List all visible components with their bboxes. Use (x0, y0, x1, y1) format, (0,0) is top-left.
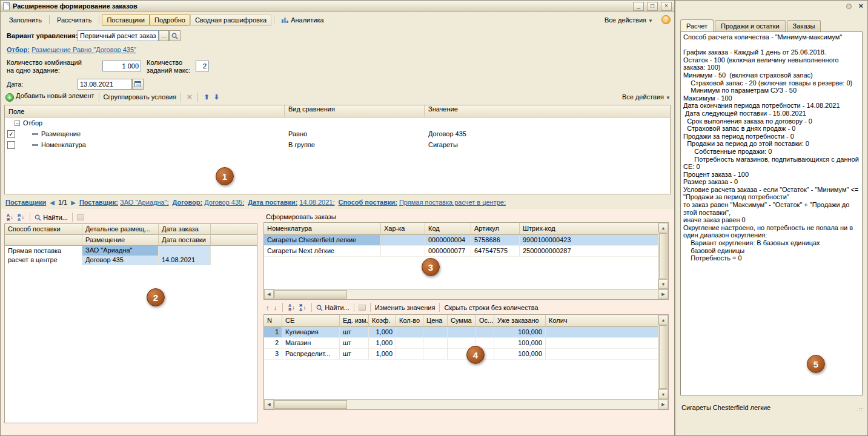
coef-cell[interactable]: 1,000 (369, 349, 396, 360)
orders-row-selected[interactable]: Сигареты Chesterfield легкие 0000000004 … (264, 235, 658, 246)
scrollbar-thumb[interactable] (274, 290, 347, 299)
suppliers-table-row[interactable]: Прямая поставка расчет в центре ЗАО "Ари… (5, 246, 257, 265)
variant-more-button[interactable]: ... (159, 30, 169, 41)
tasks-max-input[interactable] (196, 61, 209, 71)
code-cell[interactable]: 0000000004 (425, 235, 471, 246)
scroll-down-icon[interactable]: ▼ (658, 279, 668, 289)
analytics-button[interactable]: Аналитика (277, 14, 329, 26)
sort-asc-icon[interactable]: АЯ↓ (7, 213, 13, 222)
price-cell[interactable] (423, 327, 448, 338)
clear-search-icon[interactable] (77, 214, 84, 220)
column-header-ordered[interactable]: Уже заказано (494, 315, 546, 327)
scroll-right-icon[interactable]: ▶ (658, 289, 668, 299)
delivery-method-link[interactable]: Способ поставки: Прямая поставка расчет … (338, 199, 505, 206)
sort-desc-icon[interactable]: ЯА↓ (18, 213, 24, 222)
variant-search-button[interactable] (169, 30, 181, 41)
help-button[interactable]: ? (661, 15, 671, 24)
orders-row[interactable]: Сигареты Next лёгкие 0000000077 64754757… (264, 246, 658, 257)
column-header-coef[interactable]: Коэф. (369, 315, 396, 327)
fill-button[interactable]: Заполнить (4, 14, 47, 26)
prev-page-icon[interactable]: ◀ (50, 199, 55, 206)
pin-icon[interactable] (846, 4, 852, 9)
filter-label[interactable]: Отбор: (7, 46, 30, 53)
nomenclature-cell[interactable]: Сигареты Next лёгкие (264, 246, 381, 257)
unit-cell[interactable]: шт (340, 338, 369, 349)
ordered-cell[interactable]: 100,000 (494, 327, 546, 338)
close-button[interactable]: × (661, 2, 672, 11)
column-header-price[interactable]: Цена (423, 315, 448, 327)
column-header-field[interactable]: Поле (5, 105, 285, 117)
contract-cell[interactable]: Договор 435 (82, 256, 159, 265)
change-values-button[interactable]: Изменить значения (375, 304, 436, 311)
date-input[interactable] (78, 79, 132, 90)
column-header-article[interactable]: Артикул (471, 223, 520, 235)
column-header-qty2[interactable]: Колич (546, 315, 658, 327)
scroll-right-icon[interactable]: ▶ (658, 400, 668, 409)
collapse-icon[interactable]: − (15, 121, 20, 126)
supplier-link[interactable]: Поставщик: ЗАО "Ариадна"; (79, 199, 169, 206)
move-up-icon[interactable]: ⬆ (202, 93, 210, 101)
minimize-button[interactable]: _ (633, 2, 644, 11)
next-page-icon[interactable]: ▶ (71, 199, 76, 206)
filter-all-actions-button[interactable]: Все действия▼ (622, 93, 671, 101)
detail-toggle-button[interactable]: Подробно (150, 14, 190, 26)
ordered-cell[interactable]: 100,000 (494, 338, 546, 349)
n-cell[interactable]: 1 (264, 327, 282, 338)
se-cell[interactable]: Распределит... (282, 349, 340, 360)
order-date-cell[interactable] (159, 246, 211, 256)
vertical-scrollbar[interactable]: ▲ ▼ (658, 223, 668, 289)
qty-cell[interactable] (396, 327, 423, 338)
placement-cell[interactable]: ЗАО "Ариадна" (82, 246, 159, 256)
qty-row[interactable]: 3 Распределит... шт 1,000 100,000 (264, 349, 658, 360)
scroll-left-icon[interactable]: ◀ (264, 400, 274, 409)
move-up-icon[interactable]: ↑ (265, 304, 271, 311)
qty-row[interactable]: 2 Магазин шт 1,000 100,000 (264, 338, 658, 349)
se-cell[interactable]: Магазин (282, 338, 340, 349)
barcode-cell[interactable]: 9900100000423 (520, 235, 658, 246)
scroll-down-icon[interactable]: ▼ (658, 389, 668, 399)
column-header-sum[interactable]: Сумма (448, 315, 476, 327)
tab-sales-and-stock[interactable]: Продажи и остатки (715, 20, 786, 31)
price-cell[interactable] (423, 349, 448, 360)
column-header-qty[interactable]: Кол-во (396, 315, 423, 327)
filter-row-nomenclature[interactable]: Номенклатура В группе Сигареты (5, 139, 670, 150)
filter-group-row[interactable]: −Отбор (5, 117, 670, 128)
scrollbar-thumb[interactable] (659, 233, 668, 279)
sort-asc-icon[interactable]: АЯ↓ (288, 303, 295, 312)
move-down-icon[interactable]: ⬇ (213, 93, 220, 101)
clear-search-icon[interactable] (359, 305, 366, 311)
column-header-method[interactable]: Способ поставки (5, 224, 82, 235)
coef-cell[interactable]: 1,000 (369, 338, 396, 349)
group-conditions-button[interactable]: Сгруппировать условия (104, 93, 177, 101)
barcode-cell[interactable]: 2500000000287 (520, 246, 658, 257)
unit-cell[interactable]: шт (340, 327, 369, 338)
horizontal-scrollbar[interactable]: ◀ ▶ (264, 289, 668, 299)
se-cell[interactable]: Кулинария (282, 327, 340, 338)
qty-cell[interactable] (396, 338, 423, 349)
all-actions-button[interactable]: Все действия▼ (600, 14, 658, 26)
column-header-code[interactable]: Код (425, 223, 471, 235)
coef-cell[interactable]: 1,000 (369, 327, 396, 338)
date-picker-button[interactable] (132, 79, 144, 90)
delivery-date-cell[interactable]: 14.08.2021 (159, 256, 211, 265)
add-element-button[interactable]: + Добавить новый элемент (5, 92, 94, 102)
characteristic-cell[interactable] (381, 246, 425, 257)
n-cell[interactable]: 2 (264, 338, 282, 349)
maximize-button[interactable]: □ (647, 2, 658, 11)
filter-summary-link[interactable]: Отбор: Размещение Равно "Договор 435" (7, 46, 136, 53)
nomenclature-cell[interactable]: Сигареты Chesterfield легкие (264, 235, 381, 246)
scrollbar-thumb[interactable] (274, 400, 347, 409)
method-cell[interactable]: Прямая поставка расчет в центре (5, 246, 82, 265)
scroll-left-icon[interactable]: ◀ (264, 289, 274, 299)
column-header-nomenclature[interactable]: Номенклатура (264, 223, 381, 235)
hide-empty-rows-button[interactable]: Скрыть строки без количества (444, 304, 538, 311)
move-down-icon[interactable]: ↓ (273, 304, 279, 311)
contract-link[interactable]: Договор: Договор 435; (173, 199, 245, 206)
sum-cell[interactable] (448, 327, 476, 338)
filter-text[interactable]: Размещение Равно "Договор 435" (31, 46, 136, 53)
ordered-cell[interactable]: 100,000 (494, 349, 546, 360)
vertical-scrollbar[interactable]: ▲ ▼ (658, 315, 668, 399)
column-header-comparison[interactable]: Вид сравнения (285, 105, 425, 117)
scrollbar-thumb[interactable] (659, 325, 668, 389)
rest-cell[interactable] (476, 327, 494, 338)
